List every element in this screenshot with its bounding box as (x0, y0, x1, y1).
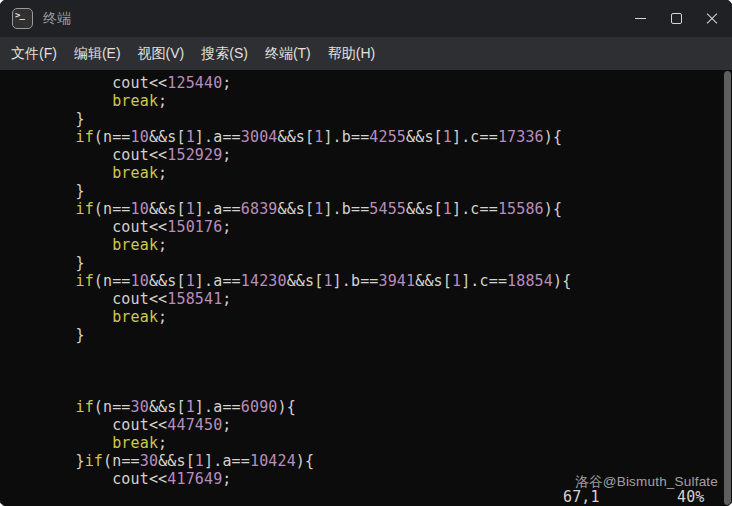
menu-item-search[interactable]: 搜索(S) (201, 45, 248, 63)
terminal-app-icon: >_ (12, 8, 33, 29)
code-line: if(n==10&&s[1].a==3004&&s[1].b==4255&&s[… (2, 128, 732, 146)
code-line: if(n==10&&s[1].a==6839&&s[1].b==5455&&s[… (2, 200, 732, 218)
close-icon (706, 13, 718, 25)
menu-item-file[interactable]: 文件(F) (11, 45, 57, 63)
code-line: break; (2, 92, 732, 110)
terminal-prompt-icon: >_ (15, 10, 24, 20)
terminal-window: >_ 终端 文件(F)编辑(E)视图(V)搜索(S)终端(T)帮助(H) cou… (0, 0, 732, 506)
code-line: }if(n==30&&s[1].a==10424){ (2, 452, 732, 470)
code-line: } (2, 326, 732, 344)
code-line: cout<<152929; (2, 146, 732, 164)
cursor-position: 67,1 (563, 488, 600, 506)
title-bar[interactable]: >_ 终端 (0, 0, 732, 37)
code-line: if(n==10&&s[1].a==14230&&s[1].b==3941&&s… (2, 272, 732, 290)
code-line (2, 344, 732, 362)
code-line: cout<<150176; (2, 218, 732, 236)
menu-item-edit[interactable]: 编辑(E) (74, 45, 121, 63)
scrollbar[interactable] (724, 71, 731, 505)
code-line (2, 362, 732, 380)
window-title: 终端 (43, 10, 71, 28)
code-line: cout<<125440; (2, 74, 732, 92)
menu-item-help[interactable]: 帮助(H) (328, 45, 375, 63)
window-controls (622, 0, 730, 37)
close-button[interactable] (694, 0, 730, 37)
terminal-content[interactable]: cout<<125440; break; } if(n==10&&s[1].a=… (0, 71, 732, 506)
code-line: if(n==30&&s[1].a==6090){ (2, 398, 732, 416)
maximize-icon (671, 13, 682, 24)
menu-item-terminal[interactable]: 终端(T) (265, 45, 311, 63)
terminal-text: cout<<125440; break; } if(n==10&&s[1].a=… (0, 71, 732, 488)
code-line: cout<<417649; (2, 470, 732, 488)
code-line: break; (2, 164, 732, 182)
code-line: } (2, 182, 732, 200)
vim-status-line: 67,1 40% (0, 488, 732, 506)
minimize-icon (635, 18, 646, 19)
code-line: } (2, 110, 732, 128)
minimize-button[interactable] (622, 0, 658, 37)
menu-bar: 文件(F)编辑(E)视图(V)搜索(S)终端(T)帮助(H) (0, 37, 732, 71)
code-line: cout<<447450; (2, 416, 732, 434)
code-line (2, 380, 732, 398)
code-line: break; (2, 236, 732, 254)
code-line: break; (2, 434, 732, 452)
code-line: break; (2, 308, 732, 326)
code-line: } (2, 254, 732, 272)
scroll-percent: 40% (677, 488, 705, 506)
maximize-button[interactable] (658, 0, 694, 37)
menu-item-view[interactable]: 视图(V) (138, 45, 185, 63)
code-line: cout<<158541; (2, 290, 732, 308)
